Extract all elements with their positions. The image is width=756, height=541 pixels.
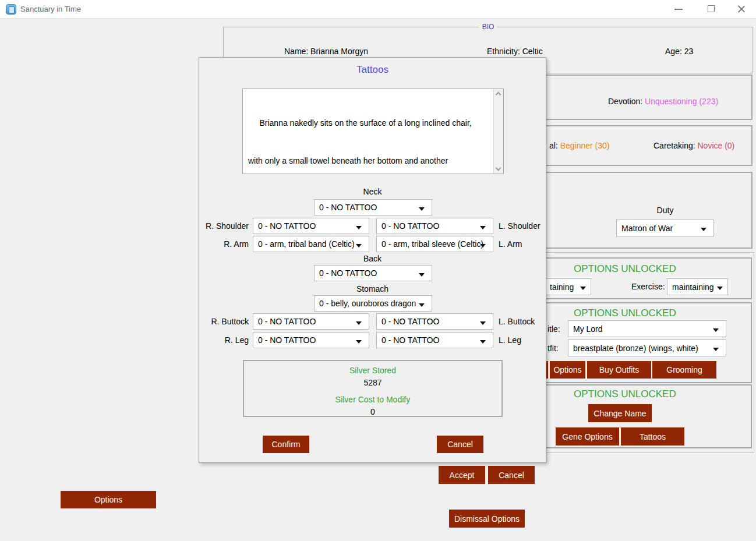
r-buttock-dropdown[interactable]: 0 - NO TATTOO xyxy=(253,313,369,330)
r-arm-dropdown-value: 0 - arm, tribal band (Celtic) xyxy=(258,239,355,249)
r-buttock-dropdown-value: 0 - NO TATTOO xyxy=(258,317,316,326)
chevron-down-icon xyxy=(356,244,362,247)
chevron-down-icon xyxy=(713,328,719,332)
dismissal-options-button[interactable]: Dismissal Options xyxy=(449,510,525,528)
cancel-button[interactable]: Cancel xyxy=(488,466,535,484)
tattoos-button[interactable]: Tattoos xyxy=(621,427,684,445)
dialog-title: Tattoos xyxy=(199,64,546,76)
exercise-dropdown-value: maintaining xyxy=(672,282,714,292)
back-label: Back xyxy=(199,254,546,263)
silver-box: Silver Stored 5287 Silver Cost to Modify… xyxy=(243,360,503,417)
l-shoulder-label: L. Shoulder xyxy=(499,221,540,231)
r-leg-dropdown-value: 0 - NO TATTOO xyxy=(258,335,316,345)
bio-legend: BIO xyxy=(479,23,497,31)
silver-stored-value: 5287 xyxy=(244,378,501,387)
l-arm-label: L. Arm xyxy=(499,239,522,249)
gene-options-button[interactable]: Gene Options xyxy=(556,427,619,445)
scrollbar[interactable] xyxy=(493,89,503,174)
stomach-label: Stomach xyxy=(199,284,546,294)
chevron-down-icon xyxy=(580,287,586,290)
caretaking-label: Caretaking: xyxy=(653,141,697,150)
description-text: Brianna nakedly sits on the surface of a… xyxy=(243,89,493,174)
close-icon[interactable] xyxy=(737,5,746,13)
chevron-down-icon xyxy=(419,273,425,277)
stomach-dropdown[interactable]: 0 - belly, ouroboros dragon xyxy=(314,295,432,312)
bio-age: Age: 23 xyxy=(665,47,693,56)
l-arm-dropdown[interactable]: 0 - arm, tribal sleeve (Celtic) xyxy=(376,236,493,252)
chevron-down-icon xyxy=(701,228,706,231)
l-buttock-dropdown-value: 0 - NO TATTOO xyxy=(381,317,439,326)
app-window: Sanctuary in Time BIO Name: Brianna Morg… xyxy=(0,0,756,541)
maximize-icon[interactable] xyxy=(708,5,715,12)
r-buttock-label: R. Buttock xyxy=(199,317,249,326)
title-label: itle: xyxy=(547,324,560,334)
description-box: Brianna nakedly sits on the surface of a… xyxy=(242,89,504,174)
duty-dropdown[interactable]: Matron of War xyxy=(616,220,714,236)
silver-stored-label: Silver Stored xyxy=(244,366,501,375)
title-dropdown[interactable]: My Lord xyxy=(568,320,726,337)
exercise-dropdown[interactable]: maintaining xyxy=(667,278,728,295)
neck-label: Neck xyxy=(199,187,546,196)
l-buttock-dropdown[interactable]: 0 - NO TATTOO xyxy=(376,313,493,330)
confirm-button[interactable]: Confirm xyxy=(263,436,309,453)
devotion-label: Devotion: xyxy=(608,97,645,106)
chevron-down-icon xyxy=(717,287,723,290)
l-shoulder-dropdown-value: 0 - NO TATTOO xyxy=(381,221,439,231)
change-name-button[interactable]: Change Name xyxy=(588,404,652,422)
duty-label: Duty xyxy=(642,206,688,215)
l-leg-dropdown[interactable]: 0 - NO TATTOO xyxy=(376,332,493,348)
r-arm-label: R. Arm xyxy=(199,239,249,249)
title-bar: Sanctuary in Time xyxy=(0,0,756,19)
accept-button[interactable]: Accept xyxy=(439,466,485,484)
duty-dropdown-value: Matron of War xyxy=(621,224,673,233)
r-shoulder-dropdown[interactable]: 0 - NO TATTOO xyxy=(253,218,369,234)
devotion-value: Unquestioning (223) xyxy=(645,97,718,106)
l-shoulder-dropdown[interactable]: 0 - NO TATTOO xyxy=(376,218,493,234)
outfit-dropdown-value: breastplate (bronze) (wings, white) xyxy=(573,344,698,353)
description-line: Brianna nakedly sits on the surface of a… xyxy=(248,117,491,130)
bio-name: Name: Brianna Morgyn xyxy=(284,47,368,56)
back-dropdown-value: 0 - NO TATTOO xyxy=(319,268,377,278)
l-leg-dropdown-value: 0 - NO TATTOO xyxy=(381,335,439,345)
minimize-icon[interactable] xyxy=(674,9,683,10)
dialog-cancel-button[interactable]: Cancel xyxy=(437,436,483,453)
caretaking-value: Novice (0) xyxy=(697,141,734,150)
neck-dropdown-value: 0 - NO TATTOO xyxy=(319,203,377,212)
grooming-button[interactable]: Grooming xyxy=(652,361,716,379)
chevron-down-icon xyxy=(356,226,362,229)
r-arm-dropdown[interactable]: 0 - arm, tribal band (Celtic) xyxy=(253,236,369,252)
martial-value: Beginner (30) xyxy=(560,141,610,150)
chevron-down-icon xyxy=(419,207,425,211)
caretaking-skill-text: Caretaking: Novice (0) xyxy=(653,141,734,150)
back-dropdown[interactable]: 0 - NO TATTOO xyxy=(314,265,432,281)
scroll-up-icon[interactable] xyxy=(496,92,501,98)
silver-cost-label: Silver Cost to Modify xyxy=(244,395,501,404)
r-leg-dropdown[interactable]: 0 - NO TATTOO xyxy=(253,332,369,348)
scroll-down-icon[interactable] xyxy=(496,165,501,171)
buy-outfits-button[interactable]: Buy Outfits xyxy=(587,361,651,379)
silver-cost-value: 0 xyxy=(244,407,501,416)
l-arm-dropdown-value: 0 - arm, tribal sleeve (Celtic) xyxy=(381,239,483,249)
l-leg-label: L. Leg xyxy=(499,335,521,345)
title-dropdown-value: My Lord xyxy=(573,324,603,334)
l-buttock-label: L. Buttock xyxy=(499,317,535,326)
devotion-text: Devotion: Unquestioning (223) xyxy=(608,97,718,106)
chevron-down-icon xyxy=(419,303,425,307)
r-leg-label: R. Leg xyxy=(199,335,249,345)
exercise-label: Exercise: xyxy=(631,282,665,291)
description-line: with only a small towel beneath her bott… xyxy=(248,155,491,168)
options-button[interactable]: Options xyxy=(61,491,156,508)
bio-ethnicity: Ethnicity: Celtic xyxy=(487,47,543,56)
martial-skill-text: al: Beginner (30) xyxy=(549,141,610,150)
r-shoulder-dropdown-value: 0 - NO TATTOO xyxy=(258,221,316,231)
neck-dropdown[interactable]: 0 - NO TATTOO xyxy=(314,199,432,215)
chevron-down-icon xyxy=(356,321,362,325)
options-partial-button[interactable]: Options xyxy=(550,361,585,379)
chevron-down-icon xyxy=(480,340,486,344)
stomach-dropdown-value: 0 - belly, ouroboros dragon xyxy=(319,299,416,308)
outfit-dropdown[interactable]: breastplate (bronze) (wings, white) xyxy=(568,340,726,356)
chevron-down-icon xyxy=(480,226,486,229)
diet-dropdown-value: taining xyxy=(550,282,574,292)
tattoos-dialog: Tattoos Brianna nakedly sits on the surf… xyxy=(199,57,546,463)
outfit-label: tfit: xyxy=(547,344,559,353)
